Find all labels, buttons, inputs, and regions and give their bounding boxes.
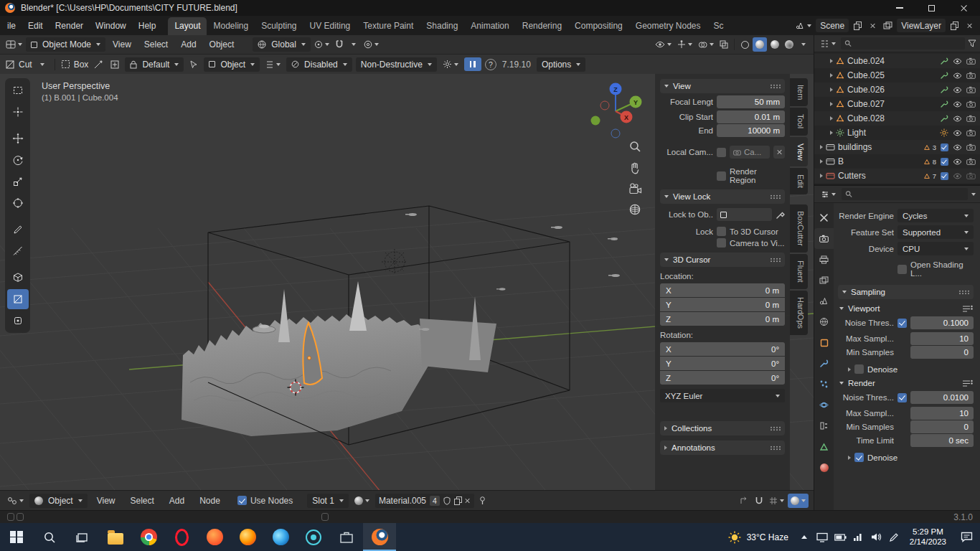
hide-eye-icon[interactable] [953,87,962,93]
workspace-tab-modeling[interactable]: Modeling [207,17,255,35]
workspace-tab-scripting[interactable]: Sc [707,17,730,35]
tab-hardops[interactable]: HardOps [790,291,808,335]
close-button[interactable] [948,0,980,16]
proportional-editing-toggle[interactable] [362,37,381,52]
hide-eye-icon[interactable] [953,101,962,108]
new-viewlayer-button[interactable] [948,19,961,33]
noise-threshold-checkbox[interactable] [897,319,907,328]
menu-window[interactable]: Window [90,19,132,33]
disable-render-camera-icon[interactable] [966,172,976,179]
task-view-button[interactable] [66,523,99,551]
modifier-wrench-icon[interactable] [940,57,948,65]
expand-icon[interactable] [830,116,833,121]
viewport-denoise-checkbox[interactable] [854,364,864,374]
tab-material[interactable] [814,457,834,478]
workspace-tab-texturepaint[interactable]: Texture Paint [357,17,420,35]
viewport-min-samples-field[interactable]: 0 [910,346,974,359]
xray-toggle[interactable] [717,37,730,52]
hardops-tool[interactable] [7,311,29,331]
tray-expand-button[interactable] [796,523,814,551]
menu-view[interactable]: View [107,37,137,52]
workspace-tab-geometrynodes[interactable]: Geometry Nodes [629,17,707,35]
duplicate-icon[interactable] [454,496,461,504]
outliner-row-cutters[interactable]: Cutters 7 [814,169,980,183]
use-nodes-checkbox[interactable] [237,496,247,505]
shading-material-button[interactable] [768,37,781,52]
brave-button[interactable] [198,523,231,551]
hide-eye-icon[interactable] [953,130,962,136]
expand-icon[interactable] [830,59,833,63]
tool-settings-dropdown[interactable] [440,57,461,72]
drag-grip-icon[interactable] [770,84,781,89]
menu-render[interactable]: Render [50,19,89,33]
workspace-tab-uvediting[interactable]: UV Editing [303,17,357,35]
workspace-tab-compositing[interactable]: Compositing [568,17,629,35]
gizmo-axis-negz[interactable] [611,129,620,138]
tab-world[interactable] [814,311,834,332]
workspace-tab-sculpting[interactable]: Sculpting [255,17,303,35]
visibility-dropdown[interactable] [653,37,674,52]
outliner-row-cube027[interactable]: Cube.027 [814,97,980,111]
viewport-subsection-header[interactable]: Viewport [839,304,974,313]
presets-icon[interactable] [962,380,974,387]
snap-toggle[interactable] [333,37,346,52]
render-region-checkbox[interactable] [717,171,726,181]
render-min-samples-field[interactable]: 0 [910,420,974,433]
render-noise-threshold-checkbox[interactable] [897,393,907,402]
messaging-app-button[interactable] [297,523,330,551]
properties-search[interactable] [842,188,968,200]
sampling-section-header[interactable]: Sampling [838,285,974,299]
tab-object[interactable] [814,332,834,353]
tab-data[interactable] [814,436,834,457]
device-dropdown[interactable]: CPU [897,242,974,255]
sun-light-data-icon[interactable] [940,128,948,137]
shading-rendered-button[interactable] [783,37,796,52]
overlays-toggle[interactable] [696,37,716,52]
menu-view[interactable]: View [91,494,121,508]
taskbar-clock[interactable]: 5:29 PM 2/14/2023 [903,527,953,547]
help-button[interactable]: ? [485,59,496,70]
tab-fluent[interactable]: Fluent [790,254,808,289]
blender-logo-icon[interactable] [5,3,15,13]
3d-viewport[interactable]: User Perspective (1) B.001 | Cube.004 Z … [0,74,814,490]
shading-wireframe-button[interactable] [738,37,751,52]
outliner-row-light[interactable]: Light [814,126,980,140]
snap-grid-button[interactable] [108,57,121,72]
menu-select[interactable]: Select [124,494,159,508]
outliner-row-cube024[interactable]: Cube.024 [814,54,980,68]
remove-viewlayer-button[interactable] [963,19,976,33]
view-lock-section-header[interactable]: View Lock [660,189,785,204]
fake-user-shield-icon[interactable] [443,496,451,505]
chevron-right-icon[interactable] [848,456,851,460]
workspace-tab-animation[interactable]: Animation [464,17,515,35]
disable-render-camera-icon[interactable] [966,129,976,136]
hide-eye-icon[interactable] [953,72,962,79]
scene-selector[interactable]: Scene [816,19,849,32]
pause-button[interactable] [464,57,481,71]
surface-draw-button[interactable] [187,57,200,72]
measure-tool[interactable] [7,241,29,261]
mode-dropdown[interactable]: Object Mode [26,37,105,52]
lock-object-field[interactable] [717,208,772,221]
disable-render-camera-icon[interactable] [966,86,976,93]
annotate-tool[interactable] [7,220,29,240]
outliner-row-cube025[interactable]: Cube.025 [814,68,980,83]
browse-scene-button[interactable] [793,19,814,33]
render-time-limit-field[interactable]: 0 sec [910,434,974,447]
tray-display-button[interactable] [814,523,831,551]
expand-icon[interactable] [830,131,833,135]
tab-output[interactable] [814,249,834,270]
cursor-rotation-y[interactable]: Y0° [660,357,785,370]
blender-taskbar-button[interactable] [363,523,396,551]
presets-icon[interactable] [962,305,974,313]
cursor-tool[interactable] [7,102,29,122]
cut-mode-dropdown[interactable]: Object [204,57,260,72]
navigation-gizmo[interactable]: Z Y X [583,80,647,143]
hide-eye-icon[interactable] [953,116,962,122]
cursor-location-x[interactable]: X0 m [660,283,785,297]
drag-grip-icon[interactable] [770,426,781,431]
transform-orientation-dropdown[interactable]: Global [253,37,311,52]
tray-battery-button[interactable] [831,523,849,551]
expand-icon[interactable] [830,102,833,106]
hide-eye-icon[interactable] [953,159,962,165]
